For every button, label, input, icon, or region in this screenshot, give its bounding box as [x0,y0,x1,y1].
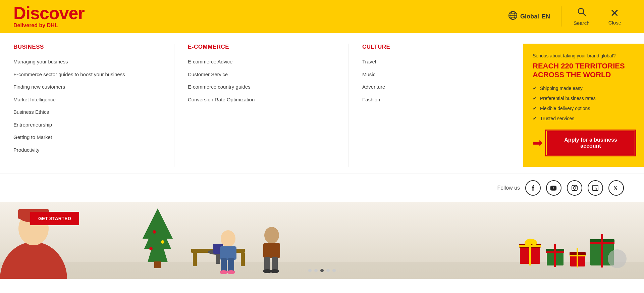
svg-rect-57 [570,255,586,256]
nav-link-finding-customers[interactable]: Finding new customers [13,84,161,90]
follow-bar: Follow us in 𝕏 [0,174,644,202]
svg-point-36 [220,270,228,274]
svg-rect-34 [221,258,227,272]
youtube-icon[interactable] [546,180,561,196]
svg-point-32 [221,230,235,247]
svg-rect-41 [272,257,278,271]
promo-subtitle: Serious about taking your brand global? [533,53,635,58]
carousel-dot-4[interactable] [326,269,330,272]
svg-point-62 [608,249,627,268]
svg-rect-27 [193,253,197,266]
nav-dropdown: BUSINESS Managing your business E-commer… [0,33,644,174]
header-right: Global EN Search ✕ Close [500,6,631,27]
header-divider [561,6,561,27]
search-icon [577,7,586,19]
svg-text:in: in [594,186,597,190]
nav-col-ecommerce-title: E-COMMERCE [188,44,335,50]
svg-rect-28 [241,253,245,266]
promo-check-shipping: ✓ Shipping made easy [533,86,635,91]
promo-check-delivery: ✓ Flexible delivery options [533,106,635,111]
arrow-right-icon: ➡ [533,137,543,149]
linkedin-icon[interactable]: in [588,180,603,196]
svg-rect-40 [264,257,270,271]
svg-point-43 [270,269,279,273]
apply-business-account-button[interactable]: Apply for a business account [547,131,635,155]
header-lang-region: Global [520,13,539,20]
nav-link-ecommerce-sector[interactable]: E-commerce sector guides to boost your b… [13,71,161,78]
nav-link-adventure[interactable]: Adventure [362,84,509,90]
search-label: Search [574,20,590,26]
carousel-dot-1[interactable] [308,269,312,272]
nav-col-business-title: BUSINESS [13,44,161,50]
check-icon-3: ✓ [533,106,537,111]
carousel-dots [308,269,336,272]
header-search-button[interactable]: Search [564,7,599,26]
instagram-icon[interactable] [567,180,582,196]
header-close-button[interactable]: ✕ Close [599,8,631,26]
promo-check-rates: ✓ Preferential business rates [533,96,635,101]
check-icon-4: ✓ [533,116,537,121]
illustration-cta-button[interactable]: GET STARTED [30,212,79,225]
nav-col-culture-title: CULTURE [362,44,509,50]
svg-rect-56 [577,248,578,267]
svg-rect-22 [154,261,161,268]
svg-point-9 [576,186,576,187]
nav-col-ecommerce: E-COMMERCE E-commerce Advice Customer Se… [174,44,349,167]
header: Discover Delivered by DHL Global EN [0,0,644,33]
svg-rect-61 [590,242,614,244]
nav-link-ecommerce-advice[interactable]: E-commerce Advice [188,58,335,65]
check-icon-2: ✓ [533,96,537,101]
nav-link-travel[interactable]: Travel [362,58,509,65]
nav-link-music[interactable]: Music [362,71,509,78]
svg-rect-31 [216,254,220,264]
nav-col-culture: CULTURE Travel Music Adventure Fashion [349,44,523,167]
logo-discover[interactable]: Discover [13,4,85,22]
close-icon: ✕ [610,8,619,18]
svg-point-37 [227,270,235,274]
facebook-icon[interactable] [525,180,541,196]
svg-point-24 [161,240,164,244]
nav-link-market-intelligence[interactable]: Market Intelligence [13,96,161,103]
nav-link-entrepreneurship[interactable]: Entrepreneurship [13,121,161,128]
promo-check-trusted: ✓ Trusted services [533,116,635,121]
carousel-dot-2[interactable] [314,269,318,272]
illustration-area: GET STARTED [0,202,644,279]
logo-area: Discover Delivered by DHL [13,4,85,29]
promo-box: Serious about taking your brand global? … [523,44,644,167]
promo-title: REACH 220 TERRITORIES ACROSS THE WORLD [533,62,635,80]
globe-icon [508,11,518,22]
carousel-dot-3[interactable] [320,269,324,272]
svg-rect-52 [554,244,556,267]
header-lang-code: EN [542,13,550,20]
svg-rect-33 [220,246,236,260]
nav-link-fashion[interactable]: Fashion [362,96,509,103]
promo-cta-row: ➡ Apply for a business account [533,131,635,155]
svg-rect-7 [572,185,577,191]
svg-rect-60 [601,234,603,267]
twitter-icon[interactable]: 𝕏 [608,180,624,196]
logo-tagline: Delivered by DHL [13,22,85,29]
nav-link-getting-to-market[interactable]: Getting to Market [13,134,161,141]
nav-link-business-ethics[interactable]: Business Ethics [13,109,161,115]
nav-col-business: BUSINESS Managing your business E-commer… [0,44,174,167]
check-icon-1: ✓ [533,86,537,91]
close-label: Close [608,20,621,26]
carousel-dot-5[interactable] [332,269,336,272]
svg-point-25 [149,247,153,250]
svg-rect-39 [263,243,280,258]
svg-point-8 [573,187,576,189]
svg-rect-53 [546,251,564,253]
nav-link-conversion-rate[interactable]: Conversion Rate Optimization [188,96,335,103]
svg-rect-35 [228,258,234,272]
svg-text:𝕏: 𝕏 [613,185,618,191]
svg-point-23 [153,230,156,234]
svg-line-6 [583,13,586,16]
nav-link-productivity[interactable]: Productivity [13,147,161,153]
nav-link-ecommerce-country[interactable]: E-commerce country guides [188,84,335,90]
header-globe[interactable]: Global EN [500,11,558,22]
svg-rect-47 [519,245,541,247]
nav-link-managing[interactable]: Managing your business [13,58,161,65]
nav-link-customer-service[interactable]: Customer Service [188,71,335,78]
svg-point-38 [264,227,279,244]
follow-label: Follow us [497,185,520,191]
